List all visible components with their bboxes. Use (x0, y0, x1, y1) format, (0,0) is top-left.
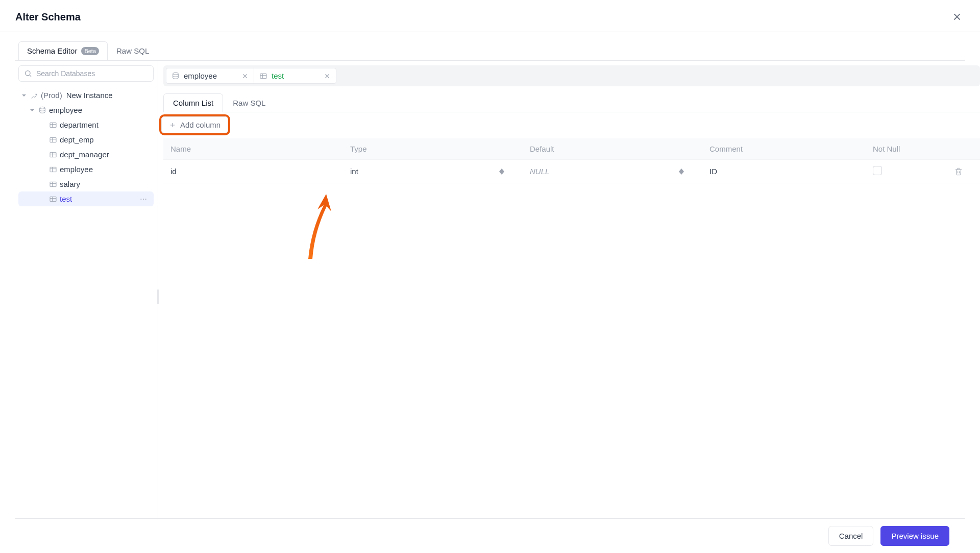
trash-icon (954, 167, 963, 176)
modal-title: Alter Schema (15, 11, 81, 23)
col-default-value[interactable]: NULL (530, 167, 549, 176)
search-box[interactable] (18, 65, 154, 82)
select-arrows-icon[interactable] (679, 169, 684, 175)
tab-raw-sql-inner-label: Raw SQL (233, 99, 265, 107)
tree-database-label: employee (49, 106, 151, 114)
breadcrumb-database-label: employee (184, 71, 217, 80)
add-column-button[interactable]: Add column (161, 116, 228, 133)
col-header-type: Type (350, 145, 367, 153)
svg-point-0 (26, 71, 30, 76)
svg-rect-6 (50, 182, 56, 186)
tab-column-list-label: Column List (173, 99, 213, 107)
modal-footer: Cancel Preview issue (15, 518, 965, 553)
tab-raw-sql-inner[interactable]: Raw SQL (223, 93, 275, 112)
breadcrumb: employee test (163, 65, 980, 86)
svg-rect-3 (50, 137, 56, 142)
breadcrumb-db-close[interactable] (241, 73, 249, 80)
search-icon (24, 69, 32, 78)
more-icon[interactable] (139, 195, 151, 203)
svg-rect-2 (50, 123, 56, 127)
delete-row-button[interactable] (954, 167, 963, 176)
instance-env: (Prod) (41, 91, 62, 100)
tree-instance[interactable]: (Prod) New Instance (18, 88, 154, 103)
top-tabs: Schema Editor Beta Raw SQL (0, 32, 980, 60)
col-type-value[interactable]: int (350, 167, 358, 176)
preview-issue-button[interactable]: Preview issue (880, 526, 949, 546)
col-header-comment: Comment (709, 145, 743, 153)
svg-rect-5 (50, 167, 56, 172)
tab-raw-sql-top[interactable]: Raw SQL (108, 41, 158, 60)
breadcrumb-table-label: test (272, 71, 284, 80)
search-input[interactable] (36, 69, 148, 78)
table-label: dept_manager (60, 150, 151, 159)
chevron-down-icon (30, 108, 36, 113)
add-column-highlight: Add column (159, 114, 230, 135)
tree-table-salary[interactable]: salary (18, 177, 154, 191)
table-icon (49, 136, 57, 144)
col-header-notnull: Not Null (873, 145, 900, 153)
tab-schema-editor[interactable]: Schema Editor Beta (18, 41, 108, 60)
beta-badge: Beta (81, 47, 99, 55)
breadcrumb-table[interactable]: test (254, 68, 336, 84)
main-panel: employee test Column List Raw SQL (158, 61, 980, 518)
modal-header: Alter Schema (0, 0, 980, 32)
tab-column-list[interactable]: Column List (163, 93, 223, 112)
columns-table: Name Type Default Comment Not Null id (163, 138, 980, 183)
columns-header-row: Name Type Default Comment Not Null (163, 138, 980, 160)
table-label: employee (60, 165, 151, 174)
tree-table-employee[interactable]: employee (18, 162, 154, 177)
tree-table-dept-emp[interactable]: dept_emp (18, 132, 154, 147)
database-icon (38, 106, 46, 114)
table-icon (49, 195, 57, 203)
instance-icon (30, 91, 38, 100)
notnull-checkbox[interactable] (873, 166, 882, 175)
table-label: salary (60, 180, 151, 188)
col-comment-value[interactable]: ID (709, 167, 717, 176)
svg-point-11 (173, 73, 179, 75)
col-name-value[interactable]: id (170, 167, 177, 176)
cancel-button[interactable]: Cancel (828, 526, 874, 546)
col-header-name: Name (170, 145, 191, 153)
table-icon (49, 151, 57, 159)
svg-point-8 (140, 199, 141, 200)
tab-raw-sql-top-label: Raw SQL (116, 46, 149, 55)
tab-schema-editor-label: Schema Editor (27, 46, 77, 55)
table-label: test (60, 195, 137, 203)
svg-rect-4 (50, 152, 56, 157)
svg-point-1 (40, 107, 45, 109)
add-column-label: Add column (180, 121, 220, 129)
tree-table-test[interactable]: test (18, 191, 154, 206)
svg-point-9 (143, 199, 144, 200)
table-icon (49, 121, 57, 129)
select-arrows-icon[interactable] (499, 169, 504, 175)
instance-name: New Instance (66, 91, 151, 100)
tree-table-dept-manager[interactable]: dept_manager (18, 147, 154, 162)
svg-point-10 (145, 199, 146, 200)
table-row: id int NULL (163, 160, 980, 183)
breadcrumb-table-close[interactable] (324, 73, 331, 80)
database-icon (172, 72, 180, 80)
svg-rect-7 (50, 197, 56, 201)
tree-table-department[interactable]: department (18, 117, 154, 132)
table-icon (259, 72, 267, 80)
database-tree: (Prod) New Instance employee (18, 86, 158, 206)
table-icon (49, 180, 57, 188)
cancel-label: Cancel (839, 532, 863, 540)
arrow-annotation (303, 190, 339, 261)
table-label: department (60, 121, 151, 129)
table-label: dept_emp (60, 135, 151, 144)
table-icon (49, 165, 57, 174)
breadcrumb-database[interactable]: employee (166, 68, 254, 84)
chevron-down-icon (21, 93, 28, 98)
preview-label: Preview issue (891, 532, 939, 540)
close-button[interactable] (949, 9, 965, 25)
tree-database-employee[interactable]: employee (18, 103, 154, 117)
inner-tabs: Column List Raw SQL (163, 93, 980, 112)
svg-rect-12 (260, 74, 266, 78)
col-header-default: Default (530, 145, 554, 153)
plus-icon (169, 122, 176, 129)
sidebar: (Prod) New Instance employee (18, 61, 158, 518)
close-icon (951, 11, 963, 22)
